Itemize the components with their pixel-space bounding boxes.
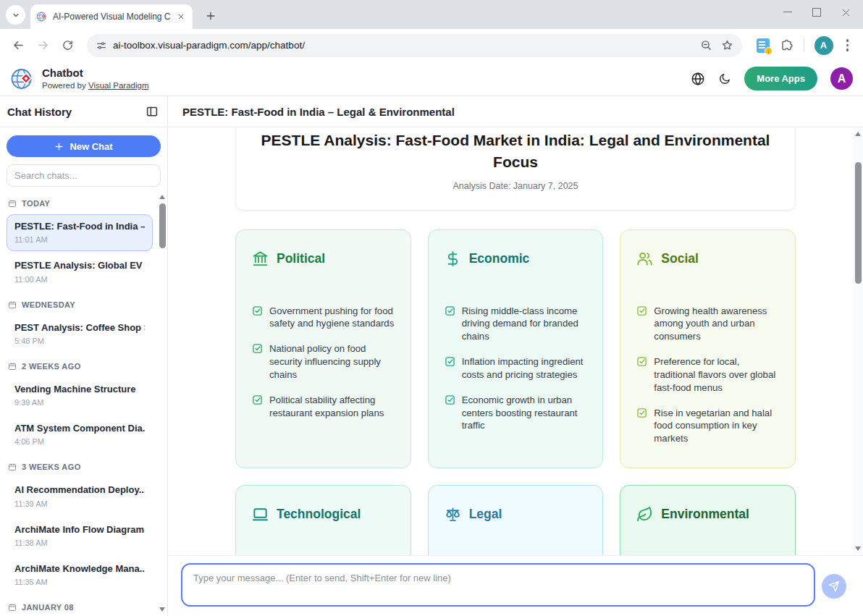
chat-item[interactable]: ATM System Component Dia... 4:06 PM bbox=[7, 416, 153, 453]
check-square-icon bbox=[252, 343, 263, 354]
reload-button[interactable] bbox=[56, 35, 78, 56]
scroll-up-arrow[interactable] bbox=[853, 129, 863, 139]
main-panel: PESTLE: Fast-Food in India – Legal & Env… bbox=[168, 96, 863, 616]
section-label: JANUARY 08 bbox=[8, 603, 151, 612]
calendar-icon bbox=[8, 603, 17, 612]
card-environmental: Environmental bbox=[620, 485, 796, 555]
check-square-icon bbox=[252, 395, 263, 405]
scroll-down-arrow[interactable] bbox=[157, 604, 167, 615]
more-apps-button[interactable]: More Apps bbox=[744, 67, 817, 90]
section-label: 2 WEEKS AGO bbox=[8, 362, 151, 371]
chat-item[interactable]: PEST Analysis: Coffee Shop S... 5:48 PM bbox=[7, 316, 153, 353]
browser-profile-avatar[interactable]: A bbox=[814, 36, 833, 55]
chat-item[interactable]: ArchiMate Knowledge Mana... 11:35 AM bbox=[7, 557, 153, 594]
calendar-icon bbox=[8, 300, 17, 309]
app-user-avatar[interactable]: A bbox=[830, 67, 853, 90]
main-scrollbar-thumb[interactable] bbox=[855, 162, 862, 284]
browser-tab-strip: AI-Powered Visual Modeling Ch bbox=[0, 0, 863, 29]
url-text: ai-toolbox.visual-paradigm.com/app/chatb… bbox=[113, 40, 305, 51]
chat-item[interactable]: Vending Machine Structure 9:39 AM bbox=[7, 377, 153, 414]
chat-list: TODAY PESTLE: Fast-Food in India – ... 1… bbox=[0, 187, 167, 616]
card-social: Social Growing health awareness among yo… bbox=[620, 229, 796, 468]
card-political: Political Government pushing for food sa… bbox=[235, 229, 411, 468]
visual-paradigm-logo bbox=[10, 67, 35, 91]
check-square-icon bbox=[445, 395, 455, 405]
app-subtitle: Powered by Visual Paradigm bbox=[42, 81, 148, 90]
visual-paradigm-favicon bbox=[36, 11, 48, 22]
analysis-title: PESTLE Analysis: Fast-Food Market in Ind… bbox=[261, 130, 770, 173]
chat-item[interactable]: ArchiMate Info Flow Diagram 11:38 AM bbox=[7, 518, 153, 554]
check-square-icon bbox=[636, 356, 647, 367]
analysis-point: National policy on food security influen… bbox=[252, 342, 395, 381]
section-label: WEDNESDAY bbox=[8, 300, 151, 309]
analysis-point: Rising middle-class income driving deman… bbox=[445, 305, 587, 343]
browser-tab[interactable]: AI-Powered Visual Modeling Ch bbox=[30, 4, 193, 29]
analysis-point: Government pushing for food safety and h… bbox=[252, 305, 395, 331]
analysis-point: Growing health awareness among youth and… bbox=[636, 305, 779, 343]
check-square-icon bbox=[636, 305, 647, 316]
analysis-title-card: PESTLE Analysis: Fast-Food Market in Ind… bbox=[235, 127, 796, 211]
site-settings-icon[interactable] bbox=[96, 40, 107, 51]
check-square-icon bbox=[252, 305, 263, 316]
app-header: Chatbot Powered by Visual Paradigm More … bbox=[0, 62, 863, 96]
analysis-date: Analysis Date: January 7, 2025 bbox=[261, 181, 770, 191]
chat-item[interactable]: PESTLE Analysis: Global EV In... 11:00 A… bbox=[7, 253, 153, 290]
section-label: TODAY bbox=[8, 199, 151, 208]
main-scrollbar bbox=[853, 127, 863, 555]
laptop-icon bbox=[252, 506, 269, 523]
chevron-down-icon bbox=[12, 11, 20, 20]
card-legal: Legal bbox=[428, 485, 604, 555]
new-chat-button[interactable]: New Chat bbox=[7, 135, 161, 157]
window-minimize-button[interactable] bbox=[783, 8, 792, 17]
card-technological: Technological bbox=[235, 485, 411, 555]
tab-close-icon[interactable] bbox=[175, 11, 187, 22]
browser-toolbar: ai-toolbox.visual-paradigm.com/app/chatb… bbox=[0, 29, 863, 62]
window-close-button[interactable] bbox=[841, 8, 850, 17]
toolbar-right-icons: ↓ A bbox=[749, 36, 856, 55]
message-input[interactable] bbox=[181, 563, 815, 607]
chat-history-title: Chat History bbox=[7, 106, 72, 118]
users-icon bbox=[636, 250, 653, 267]
brand: Chatbot Powered by Visual Paradigm bbox=[10, 67, 148, 91]
scroll-down-arrow[interactable] bbox=[853, 544, 863, 554]
conversation-title: PESTLE: Fast-Food in India – Legal & Env… bbox=[182, 106, 455, 118]
extensions-icon[interactable] bbox=[780, 38, 793, 52]
toolbar-divider bbox=[804, 39, 804, 52]
address-bar[interactable]: ai-toolbox.visual-paradigm.com/app/chatb… bbox=[87, 34, 742, 57]
window-maximize-button[interactable] bbox=[812, 8, 821, 17]
zoom-out-icon[interactable] bbox=[700, 39, 712, 51]
card-economic: Economic Rising middle-class income driv… bbox=[428, 229, 604, 468]
chat-scroll-area: PESTLE Analysis: Fast-Food Market in Ind… bbox=[168, 127, 863, 555]
calendar-icon bbox=[8, 463, 17, 471]
sidebar-scrollbar bbox=[157, 190, 167, 616]
section-label: 3 WEEKS AGO bbox=[8, 463, 151, 471]
analysis-point: Political stability affecting restaurant… bbox=[252, 394, 395, 420]
calendar-icon bbox=[8, 199, 17, 208]
sidebar: Chat History New Chat TODAY PESTLE: Fast… bbox=[0, 96, 168, 616]
visual-paradigm-link[interactable]: Visual Paradigm bbox=[88, 81, 149, 90]
chat-item-selected[interactable]: PESTLE: Fast-Food in India – ... 11:01 A… bbox=[7, 214, 153, 251]
composer bbox=[168, 555, 863, 616]
chat-item[interactable]: AI Recommendation Deploy... 11:39 AM bbox=[7, 478, 153, 515]
collapse-sidebar-icon[interactable] bbox=[146, 105, 159, 118]
bookmark-star-icon[interactable] bbox=[721, 39, 733, 51]
sidebar-scrollbar-thumb[interactable] bbox=[159, 203, 166, 248]
search-input[interactable] bbox=[7, 164, 161, 187]
check-square-icon bbox=[636, 408, 647, 418]
language-globe-icon[interactable] bbox=[691, 72, 705, 86]
scroll-up-arrow[interactable] bbox=[157, 192, 167, 202]
landmark-icon bbox=[252, 250, 269, 267]
dark-mode-moon-icon[interactable] bbox=[718, 72, 731, 85]
analysis-point: Preference for local, traditional flavor… bbox=[636, 355, 779, 394]
forward-button[interactable] bbox=[32, 35, 54, 56]
analysis-point: Economic growth in urban centers boostin… bbox=[445, 394, 587, 432]
analysis-point: Rise in vegetarian and halal food consum… bbox=[636, 407, 779, 445]
tab-search-button[interactable] bbox=[6, 5, 25, 25]
browser-menu-icon[interactable] bbox=[843, 36, 852, 54]
window-controls bbox=[783, 0, 857, 25]
docs-offline-icon[interactable]: ↓ bbox=[757, 38, 770, 53]
send-button[interactable] bbox=[822, 574, 846, 599]
back-button[interactable] bbox=[7, 35, 29, 56]
analysis-point: Inflation impacting ingredient costs and… bbox=[445, 355, 587, 381]
new-tab-button[interactable] bbox=[201, 7, 220, 25]
